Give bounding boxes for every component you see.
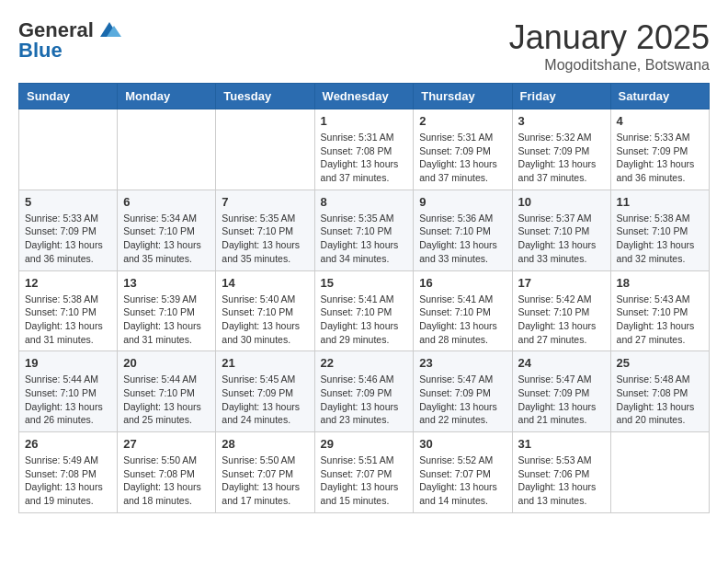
day-number: 5 — [25, 195, 111, 209]
calendar-cell: 31Sunrise: 5:53 AM Sunset: 7:06 PM Dayli… — [512, 432, 610, 513]
day-number: 19 — [25, 356, 111, 370]
day-number: 10 — [518, 195, 605, 209]
calendar-cell: 22Sunrise: 5:46 AM Sunset: 7:09 PM Dayli… — [314, 351, 414, 432]
day-info: Sunrise: 5:42 AM Sunset: 7:10 PM Dayligh… — [518, 293, 605, 347]
calendar-cell: 25Sunrise: 5:48 AM Sunset: 7:08 PM Dayli… — [610, 351, 709, 432]
weekday-header: Saturday — [610, 84, 709, 109]
day-info: Sunrise: 5:39 AM Sunset: 7:10 PM Dayligh… — [123, 293, 210, 347]
weekday-header: Friday — [512, 84, 610, 109]
day-info: Sunrise: 5:44 AM Sunset: 7:10 PM Dayligh… — [25, 373, 111, 427]
day-number: 22 — [321, 356, 408, 370]
calendar-cell: 20Sunrise: 5:44 AM Sunset: 7:10 PM Dayli… — [118, 351, 216, 432]
calendar-cell: 7Sunrise: 5:35 AM Sunset: 7:10 PM Daylig… — [216, 190, 314, 270]
calendar-cell: 19Sunrise: 5:44 AM Sunset: 7:10 PM Dayli… — [19, 351, 118, 432]
day-info: Sunrise: 5:33 AM Sunset: 7:09 PM Dayligh… — [617, 131, 703, 185]
calendar-cell: 9Sunrise: 5:36 AM Sunset: 7:10 PM Daylig… — [414, 190, 512, 270]
day-info: Sunrise: 5:34 AM Sunset: 7:10 PM Dayligh… — [123, 212, 210, 266]
day-number: 20 — [123, 356, 210, 370]
day-number: 31 — [518, 437, 605, 451]
day-info: Sunrise: 5:52 AM Sunset: 7:07 PM Dayligh… — [419, 454, 506, 508]
logo-blue-text: Blue — [18, 39, 63, 63]
day-info: Sunrise: 5:48 AM Sunset: 7:08 PM Dayligh… — [617, 373, 703, 427]
calendar-cell: 8Sunrise: 5:35 AM Sunset: 7:10 PM Daylig… — [314, 190, 414, 270]
day-number: 1 — [321, 114, 408, 128]
day-number: 25 — [617, 356, 703, 370]
day-info: Sunrise: 5:31 AM Sunset: 7:09 PM Dayligh… — [419, 131, 506, 185]
calendar-cell: 2Sunrise: 5:31 AM Sunset: 7:09 PM Daylig… — [414, 109, 512, 190]
day-number: 6 — [123, 195, 210, 209]
day-info: Sunrise: 5:35 AM Sunset: 7:10 PM Dayligh… — [222, 212, 308, 266]
day-number: 17 — [518, 276, 605, 290]
day-number: 4 — [617, 114, 703, 128]
calendar-cell: 1Sunrise: 5:31 AM Sunset: 7:08 PM Daylig… — [314, 109, 414, 190]
weekday-header: Sunday — [19, 84, 118, 109]
day-info: Sunrise: 5:31 AM Sunset: 7:08 PM Dayligh… — [321, 131, 408, 185]
calendar-cell: 5Sunrise: 5:33 AM Sunset: 7:09 PM Daylig… — [19, 190, 118, 270]
day-number: 26 — [25, 437, 111, 451]
weekday-header: Wednesday — [314, 84, 414, 109]
day-number: 2 — [419, 114, 506, 128]
calendar-cell: 6Sunrise: 5:34 AM Sunset: 7:10 PM Daylig… — [118, 190, 216, 270]
calendar-cell: 21Sunrise: 5:45 AM Sunset: 7:09 PM Dayli… — [216, 351, 314, 432]
day-info: Sunrise: 5:38 AM Sunset: 7:10 PM Dayligh… — [25, 293, 111, 347]
day-number: 29 — [321, 437, 408, 451]
day-info: Sunrise: 5:40 AM Sunset: 7:10 PM Dayligh… — [222, 293, 308, 347]
day-info: Sunrise: 5:41 AM Sunset: 7:10 PM Dayligh… — [321, 293, 408, 347]
calendar-cell: 11Sunrise: 5:38 AM Sunset: 7:10 PM Dayli… — [610, 190, 709, 270]
day-info: Sunrise: 5:41 AM Sunset: 7:10 PM Dayligh… — [419, 293, 506, 347]
calendar-cell — [610, 432, 709, 513]
calendar-cell: 24Sunrise: 5:47 AM Sunset: 7:09 PM Dayli… — [512, 351, 610, 432]
calendar-cell — [118, 109, 216, 190]
day-number: 14 — [222, 276, 308, 290]
logo-icon — [96, 20, 123, 40]
day-info: Sunrise: 5:53 AM Sunset: 7:06 PM Dayligh… — [518, 454, 605, 508]
calendar-cell: 18Sunrise: 5:43 AM Sunset: 7:10 PM Dayli… — [610, 270, 709, 351]
day-number: 12 — [25, 276, 111, 290]
weekday-header: Thursday — [414, 84, 512, 109]
calendar-cell: 28Sunrise: 5:50 AM Sunset: 7:07 PM Dayli… — [216, 432, 314, 513]
day-info: Sunrise: 5:35 AM Sunset: 7:10 PM Dayligh… — [321, 212, 408, 266]
day-number: 23 — [419, 356, 506, 370]
day-info: Sunrise: 5:43 AM Sunset: 7:10 PM Dayligh… — [617, 293, 703, 347]
calendar-cell: 15Sunrise: 5:41 AM Sunset: 7:10 PM Dayli… — [314, 270, 414, 351]
location: Mogoditshane, Botswana — [509, 57, 710, 74]
calendar-week-row: 26Sunrise: 5:49 AM Sunset: 7:08 PM Dayli… — [19, 432, 710, 513]
page-header: General Blue January 2025 Mogoditshane, … — [18, 18, 710, 74]
logo: General Blue — [18, 18, 123, 63]
day-number: 24 — [518, 356, 605, 370]
calendar-cell: 16Sunrise: 5:41 AM Sunset: 7:10 PM Dayli… — [414, 270, 512, 351]
day-info: Sunrise: 5:38 AM Sunset: 7:10 PM Dayligh… — [617, 212, 703, 266]
calendar-cell: 14Sunrise: 5:40 AM Sunset: 7:10 PM Dayli… — [216, 270, 314, 351]
day-number: 16 — [419, 276, 506, 290]
day-info: Sunrise: 5:49 AM Sunset: 7:08 PM Dayligh… — [25, 454, 111, 508]
day-info: Sunrise: 5:37 AM Sunset: 7:10 PM Dayligh… — [518, 212, 605, 266]
day-info: Sunrise: 5:51 AM Sunset: 7:07 PM Dayligh… — [321, 454, 408, 508]
calendar-week-row: 1Sunrise: 5:31 AM Sunset: 7:08 PM Daylig… — [19, 109, 710, 190]
day-number: 21 — [222, 356, 308, 370]
calendar-cell: 4Sunrise: 5:33 AM Sunset: 7:09 PM Daylig… — [610, 109, 709, 190]
calendar-cell: 10Sunrise: 5:37 AM Sunset: 7:10 PM Dayli… — [512, 190, 610, 270]
calendar-cell: 23Sunrise: 5:47 AM Sunset: 7:09 PM Dayli… — [414, 351, 512, 432]
day-number: 27 — [123, 437, 210, 451]
day-info: Sunrise: 5:47 AM Sunset: 7:09 PM Dayligh… — [419, 373, 506, 427]
weekday-header: Tuesday — [216, 84, 314, 109]
day-number: 8 — [321, 195, 408, 209]
day-info: Sunrise: 5:33 AM Sunset: 7:09 PM Dayligh… — [25, 212, 111, 266]
calendar-cell: 30Sunrise: 5:52 AM Sunset: 7:07 PM Dayli… — [414, 432, 512, 513]
day-number: 7 — [222, 195, 308, 209]
day-info: Sunrise: 5:50 AM Sunset: 7:08 PM Dayligh… — [123, 454, 210, 508]
calendar-cell: 26Sunrise: 5:49 AM Sunset: 7:08 PM Dayli… — [19, 432, 118, 513]
day-info: Sunrise: 5:36 AM Sunset: 7:10 PM Dayligh… — [419, 212, 506, 266]
calendar-table: SundayMondayTuesdayWednesdayThursdayFrid… — [18, 83, 710, 513]
day-number: 13 — [123, 276, 210, 290]
calendar-cell: 12Sunrise: 5:38 AM Sunset: 7:10 PM Dayli… — [19, 270, 118, 351]
day-number: 15 — [321, 276, 408, 290]
day-info: Sunrise: 5:50 AM Sunset: 7:07 PM Dayligh… — [222, 454, 308, 508]
day-info: Sunrise: 5:45 AM Sunset: 7:09 PM Dayligh… — [222, 373, 308, 427]
calendar-week-row: 12Sunrise: 5:38 AM Sunset: 7:10 PM Dayli… — [19, 270, 710, 351]
calendar-cell: 27Sunrise: 5:50 AM Sunset: 7:08 PM Dayli… — [118, 432, 216, 513]
calendar-cell: 13Sunrise: 5:39 AM Sunset: 7:10 PM Dayli… — [118, 270, 216, 351]
calendar-week-row: 5Sunrise: 5:33 AM Sunset: 7:09 PM Daylig… — [19, 190, 710, 270]
day-number: 18 — [617, 276, 703, 290]
month-title: January 2025 — [509, 18, 710, 57]
